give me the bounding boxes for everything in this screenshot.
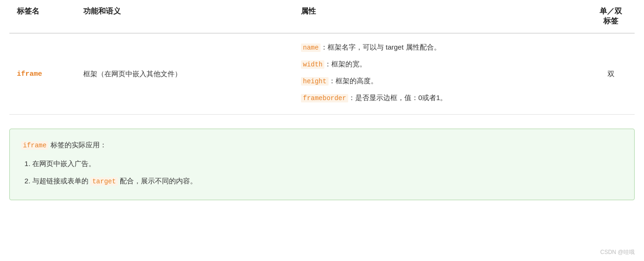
note-list-item: 在网页中嵌入广告。 xyxy=(32,157,623,170)
watermark: CSDN @哇哦 xyxy=(600,248,635,256)
header-attribute: 属性 xyxy=(293,0,587,33)
attr-name: height xyxy=(301,77,328,86)
attr-desc: ：是否显示边框，值：0或者1。 xyxy=(348,94,447,102)
note-title-code: iframe xyxy=(21,141,48,150)
cell-function: 框架（在网页中嵌入其他文件） xyxy=(76,33,294,115)
attr-name: name xyxy=(301,44,321,52)
note-box: iframe 标签的实际应用： 在网页中嵌入广告。与超链接或表单的 target… xyxy=(9,129,635,200)
attr-name: width xyxy=(301,60,324,69)
table-section: 标签名 功能和语义 属性 单／双 标签 iframe框架（在网页中嵌入其他文件）… xyxy=(0,0,644,124)
header-tag: 标签名 xyxy=(9,0,76,33)
attr-row: name：框架名字，可以与 target 属性配合。 xyxy=(301,40,580,54)
attr-name: frameborder xyxy=(301,94,348,102)
header-function: 功能和语义 xyxy=(76,0,294,33)
note-title: iframe 标签的实际应用： xyxy=(21,138,623,152)
attr-row: height：框架的高度。 xyxy=(301,74,580,88)
attr-desc: ：框架的宽。 xyxy=(324,60,366,68)
note-title-text: 标签的实际应用： xyxy=(48,141,106,149)
note-item-code: target xyxy=(90,177,117,186)
table-row: iframe框架（在网页中嵌入其他文件）name：框架名字，可以与 target… xyxy=(9,33,635,115)
attr-desc: ：框架的高度。 xyxy=(329,77,378,85)
cell-type: 双 xyxy=(587,33,635,115)
attr-row: frameborder：是否显示边框，值：0或者1。 xyxy=(301,91,580,105)
attributes-table: 标签名 功能和语义 属性 单／双 标签 iframe框架（在网页中嵌入其他文件）… xyxy=(9,0,635,115)
table-header-row: 标签名 功能和语义 属性 单／双 标签 xyxy=(9,0,635,33)
cell-attributes: name：框架名字，可以与 target 属性配合。width：框架的宽。hei… xyxy=(293,33,587,115)
note-list-item: 与超链接或表单的 target 配合，展示不同的内容。 xyxy=(32,174,623,188)
header-type: 单／双 标签 xyxy=(587,0,635,33)
page-container: 标签名 功能和语义 属性 单／双 标签 iframe框架（在网页中嵌入其他文件）… xyxy=(0,0,644,261)
attr-desc: ：框架名字，可以与 target 属性配合。 xyxy=(321,43,441,51)
note-list: 在网页中嵌入广告。与超链接或表单的 target 配合，展示不同的内容。 xyxy=(21,157,623,188)
cell-tag: iframe xyxy=(9,33,76,115)
attr-row: width：框架的宽。 xyxy=(301,57,580,71)
